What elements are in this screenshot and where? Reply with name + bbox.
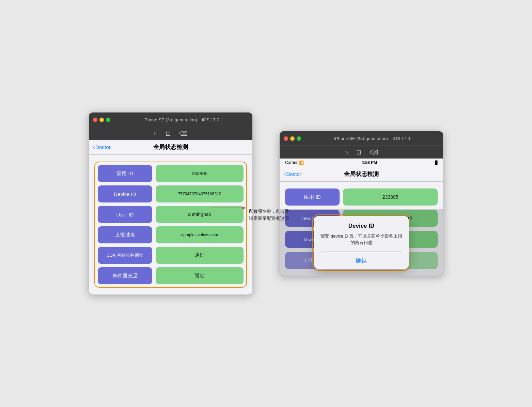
- nav-back-button-right[interactable]: ‹ Doctor: [284, 171, 301, 177]
- value-domain: apmplus.volces.com: [156, 226, 244, 243]
- dialog-title: Device ID: [348, 223, 375, 229]
- screenshot-icon[interactable]: ⊡: [166, 130, 171, 137]
- label-domain[interactable]: 上报域名: [98, 226, 152, 243]
- traffic-lights-right: [284, 136, 301, 141]
- nav-back-label: Doctor: [95, 144, 110, 150]
- window-title-right: iPhone SE (3rd generation) – iOS 17.0: [305, 136, 439, 141]
- right-simulator-wrapper: iPhone SE (3rd generation) – iOS 17.0 ⌂ …: [280, 131, 443, 276]
- table-row: 上报域名 apmplus.volces.com: [98, 226, 244, 243]
- traffic-lights: [93, 118, 110, 122]
- screenshot-icon-right[interactable]: ⊡: [356, 149, 361, 156]
- nav-title: 全局状态检测: [153, 143, 188, 151]
- dialog-confirm-button[interactable]: 确认: [320, 252, 402, 269]
- status-bar: Carrier 📶 4:58 PM ▉: [280, 159, 443, 167]
- home-icon[interactable]: ⌂: [154, 130, 158, 137]
- right-simulator: iPhone SE (3rd generation) – iOS 17.0 ⌂ …: [280, 131, 443, 276]
- label-yingyong-id[interactable]: 应用 ID: [98, 165, 152, 182]
- annotation-arrow: [212, 198, 286, 225]
- nav-title-right: 全局状态检测: [344, 170, 379, 178]
- annotation: 配置项名称，点击后 弹窗展示配置项说明: [232, 208, 307, 222]
- nav-back-button[interactable]: ‹ Doctor: [93, 144, 111, 150]
- value-yingyong-id-r: 233805: [343, 189, 438, 206]
- table-row: 事件量充足 通过: [98, 267, 244, 284]
- minimize-button[interactable]: [99, 118, 104, 122]
- simulator-toolbar-right: ⌂ ⊡ ⌫: [280, 146, 443, 159]
- value-sdk-init: 通过: [156, 247, 244, 264]
- value-yingyong-id: 233805: [156, 165, 244, 182]
- label-events[interactable]: 事件量充足: [98, 267, 152, 284]
- nav-bar: ‹ Doctor 全局状态检测: [89, 140, 252, 155]
- close-button-right[interactable]: [284, 136, 288, 141]
- window-title: iPhone SE (3rd generation) – iOS 17.0: [114, 117, 248, 122]
- label-device-id[interactable]: Device ID: [98, 185, 152, 202]
- rotate-icon[interactable]: ⌫: [179, 130, 187, 137]
- table-row: SDK 初始化并启动 通过: [98, 247, 244, 264]
- close-button[interactable]: [93, 118, 97, 122]
- nav-back-label-right: Doctor: [286, 171, 301, 177]
- table-row: 应用 ID 233805: [98, 165, 244, 182]
- maximize-button-right[interactable]: [297, 136, 301, 141]
- label-sdk-init[interactable]: SDK 初始化并启动: [98, 247, 152, 264]
- nav-bar-right: ‹ Doctor 全局状态检测: [280, 167, 443, 182]
- label-user-id[interactable]: User ID: [98, 206, 152, 223]
- simulator-toolbar: ⌂ ⊡ ⌫: [89, 127, 252, 140]
- table-row: 应用 ID 233805: [285, 189, 438, 206]
- dialog-border: Device ID 配置 deviceID 后，可以关联单个设备上报的所有日志 …: [312, 214, 410, 271]
- titlebar-right: iPhone SE (3rd generation) – iOS 17.0: [280, 131, 443, 146]
- titlebar: iPhone SE (3rd generation) – iOS 17.0: [89, 112, 252, 127]
- value-events: 通过: [156, 267, 244, 284]
- home-icon-right[interactable]: ⌂: [345, 149, 348, 156]
- rotate-icon-right[interactable]: ⌫: [370, 149, 378, 156]
- dialog-box: Device ID 配置 deviceID 后，可以关联单个设备上报的所有日志 …: [314, 216, 409, 269]
- dialog-body: 配置 deviceID 后，可以关联单个设备上报的所有日志: [320, 233, 402, 246]
- maximize-button[interactable]: [106, 118, 110, 122]
- minimize-button-right[interactable]: [290, 136, 295, 141]
- label-yingyong-id-r[interactable]: 应用 ID: [285, 189, 340, 206]
- content-area-right: 应用 ID 233805 Device ID 75764737040751063…: [280, 182, 443, 276]
